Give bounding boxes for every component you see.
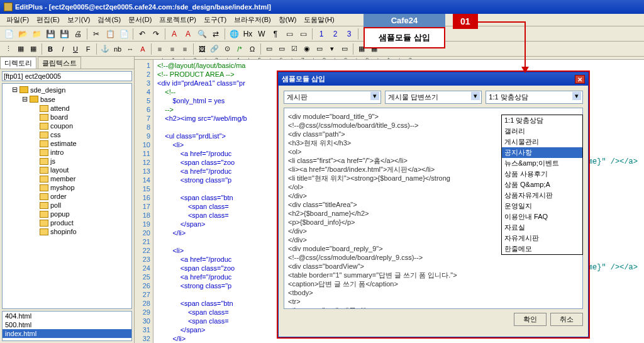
menu-edit[interactable]: 편집(E) — [33, 14, 64, 26]
align-right-icon[interactable]: ≡ — [179, 43, 191, 55]
redo-icon[interactable]: ↷ — [150, 28, 162, 40]
special-icon[interactable]: Ω — [247, 43, 258, 55]
dropdown-option[interactable]: 자료실 — [502, 222, 582, 233]
align-center-icon[interactable]: ≡ — [167, 43, 178, 55]
dropdown-option[interactable]: 게시물관리 — [502, 137, 582, 147]
cancel-button[interactable]: 취소 — [550, 313, 583, 326]
marker3-icon[interactable]: 3 — [343, 28, 355, 40]
dropdown-option[interactable]: 이용안내 FAQ — [502, 211, 582, 222]
open-remote-icon[interactable]: 📁 — [30, 28, 43, 40]
search2-icon[interactable]: A — [182, 28, 194, 40]
file-list[interactable]: 404.html500.htmlindex.html — [2, 311, 132, 341]
dropdown-option[interactable]: 한줄메모 — [502, 244, 582, 254]
tree-folder-estimate[interactable]: estimate — [4, 139, 130, 148]
tree-folder-css[interactable]: css — [4, 130, 130, 139]
italic-button[interactable]: I — [57, 43, 69, 55]
marker2-icon[interactable]: 2 — [329, 28, 341, 40]
select-icon[interactable]: ▾ — [326, 43, 338, 55]
file-index.html[interactable]: index.html — [3, 329, 131, 338]
radio-icon[interactable]: ◉ — [301, 43, 313, 55]
browse-icon[interactable]: 🌐 — [228, 28, 240, 40]
cut-icon[interactable]: ✂ — [90, 28, 103, 40]
dropdown-option[interactable]: 뉴스&amp;이벤트 — [502, 158, 582, 169]
dropdown-option[interactable]: 상품자유게시판 — [502, 190, 582, 201]
menu-search[interactable]: 검색(S) — [94, 14, 125, 26]
anchor-icon[interactable]: ⚓ — [99, 43, 111, 55]
comment-icon[interactable]: /* — [234, 43, 245, 55]
nbsp-button[interactable]: nb — [112, 43, 123, 55]
button-icon[interactable]: ▭ — [339, 43, 350, 55]
sidebar-icon[interactable]: ▭ — [283, 28, 296, 40]
paste-icon[interactable]: 📄 — [118, 28, 130, 40]
tree-folder-coupon[interactable]: coupon — [4, 121, 130, 130]
file-404.html[interactable]: 404.html — [3, 312, 131, 320]
tree-folder-myshop[interactable]: myshop — [4, 183, 130, 192]
folder-tree[interactable]: ⊟sde_design ⊟base attendboardcouponcsses… — [2, 83, 132, 309]
print-icon[interactable]: 🖨 — [72, 28, 84, 40]
tree-folder-poll[interactable]: poll — [4, 201, 130, 210]
menu-view[interactable]: 보기(V) — [64, 14, 94, 26]
menu-project[interactable]: 프로젝트(P) — [155, 14, 200, 26]
tree-folder-layout[interactable]: layout — [4, 166, 130, 174]
ok-button[interactable]: 확인 — [514, 313, 547, 326]
board-dropdown[interactable]: 1:1 맞춤상담갤러리게시물관리공지사항뉴스&amp;이벤트상품 사용후기상품 … — [501, 115, 583, 255]
file-500.html[interactable]: 500.html — [3, 320, 131, 329]
hr-button[interactable]: ↔ — [125, 43, 136, 55]
a-button[interactable]: A — [137, 43, 148, 55]
dropdown-option[interactable]: 1:1 맞춤상담 — [502, 115, 582, 126]
tree-folder-popup[interactable]: popup — [4, 210, 130, 218]
find-icon[interactable]: 🔍 — [196, 28, 208, 40]
dropdown-option[interactable]: 상품 사용후기 — [502, 169, 582, 179]
menu-file[interactable]: 파일(F) — [3, 14, 33, 26]
wordwrap-icon[interactable]: W — [255, 28, 268, 40]
select-category[interactable]: 게시판 — [284, 91, 381, 104]
output-icon[interactable]: ▭ — [297, 28, 309, 40]
select-board[interactable]: 1:1 맞춤상담 — [486, 91, 583, 104]
tree-folder-js[interactable]: js — [4, 157, 130, 166]
form-icon[interactable]: ▭ — [264, 43, 275, 55]
textarea-icon[interactable]: ▭ — [314, 43, 325, 55]
menu-window[interactable]: 창(W) — [275, 14, 301, 26]
link-icon[interactable]: 🔗 — [209, 43, 220, 55]
tab-directory[interactable]: 디렉토리 — [0, 57, 36, 69]
align-left-icon[interactable]: ≡ — [154, 43, 165, 55]
save-icon-2[interactable]: 💾 — [58, 28, 70, 40]
open-file-icon[interactable]: 📂 — [16, 28, 29, 40]
tree-folder-member[interactable]: member — [4, 174, 130, 183]
image-icon[interactable]: 🖼 — [196, 43, 208, 55]
select-module[interactable]: 게시물 답변쓰기 — [385, 91, 482, 104]
hex-icon[interactable]: Hx — [242, 28, 254, 40]
font-button[interactable]: F — [82, 43, 94, 55]
dropdown-option[interactable]: 공지사항 — [502, 147, 582, 158]
new-file-icon[interactable]: 📄 — [3, 28, 15, 40]
bold-button[interactable]: B — [45, 43, 56, 55]
drive-select[interactable]: [ftp01] ect2qe0005 — [2, 71, 132, 81]
tree-folder-intro[interactable]: intro — [4, 148, 130, 157]
dropdown-option[interactable]: 운영일지 — [502, 201, 582, 211]
p-icon[interactable]: ¶ — [269, 28, 282, 40]
save-icon[interactable]: 💾 — [44, 28, 57, 40]
tree-base[interactable]: ⊟base — [4, 94, 130, 104]
underline-button[interactable]: U — [70, 43, 81, 55]
menu-tool[interactable]: 도구(T) — [200, 14, 230, 26]
undo-icon[interactable]: ↶ — [136, 28, 148, 40]
checkbox-icon[interactable]: ☑ — [289, 43, 300, 55]
dropdown-option[interactable]: 갤러리 — [502, 126, 582, 137]
tree-root[interactable]: ⊟sde_design — [4, 85, 130, 94]
target-icon[interactable]: ⊙ — [221, 43, 233, 55]
tree-folder-board[interactable]: board — [4, 113, 130, 121]
dropdown-option[interactable]: 자유게시판 — [502, 233, 582, 244]
tree-folder-attend[interactable]: attend — [4, 104, 130, 113]
menu-document[interactable]: 문서(D) — [125, 14, 155, 26]
wrap-icon[interactable]: ⇄ — [209, 28, 222, 40]
menu-help[interactable]: 도움말(H) — [300, 14, 338, 26]
tree-folder-shopinfo[interactable]: shopinfo — [4, 227, 130, 236]
tree-folder-product[interactable]: product — [4, 218, 130, 227]
menu-browser[interactable]: 브라우저(B) — [230, 14, 275, 26]
tab-cliptext[interactable]: 클립텍스트 — [38, 57, 81, 69]
close-icon[interactable]: ✕ — [575, 75, 585, 84]
tree-folder-order[interactable]: order — [4, 192, 130, 201]
marker1-icon[interactable]: 1 — [315, 28, 328, 40]
palette-icon[interactable]: ▦ — [15, 43, 26, 55]
input-icon[interactable]: ▭ — [276, 43, 287, 55]
